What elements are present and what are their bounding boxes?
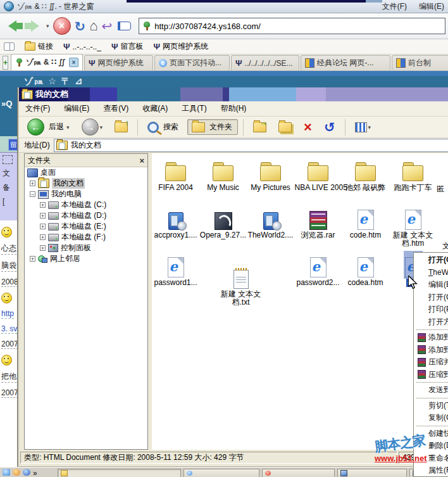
tab-active[interactable]: ゾ㏘ & ∷ ∬ × <box>11 54 83 70</box>
quicklaunch-ie-icon[interactable] <box>3 469 10 476</box>
undo-button[interactable]: ↺ <box>320 118 340 136</box>
menu-item-copy[interactable]: 复制(C) <box>414 412 448 424</box>
menu-file[interactable]: 文件(F) <box>382 1 407 12</box>
refresh-button[interactable]: ↻ <box>75 20 86 33</box>
link-item-3[interactable]: Ψ 网页维护系统 <box>153 41 208 52</box>
link-item-1[interactable]: Ψ ..-..-..-.._ <box>63 42 101 51</box>
file-item[interactable]: password1... <box>152 252 199 287</box>
menu-item-edit[interactable]: 编辑(E) <box>414 279 448 291</box>
menu-item-print[interactable]: 打印(P) <box>414 303 448 316</box>
forward-button[interactable] <box>25 16 44 35</box>
menu-item-send-to[interactable]: 发送到 <box>414 384 448 397</box>
menu-item-properties[interactable]: 属性(R) <box>414 464 448 477</box>
expander-icon[interactable]: + <box>40 234 46 240</box>
copy-to-button[interactable] <box>274 120 296 135</box>
forward-dropdown-icon[interactable]: ▾ <box>100 124 103 130</box>
menu-favorites[interactable]: 收藏(A) <box>142 103 168 114</box>
expander-icon[interactable]: + <box>30 181 35 186</box>
file-item[interactable]: TheWorld2.... <box>247 205 294 252</box>
tree-item-drive-d[interactable]: + 本地磁盘 (D:) <box>25 210 147 221</box>
file-item[interactable]: 新建 文本文 档.txt <box>217 264 264 307</box>
menu-edit[interactable]: 编辑(E) <box>419 1 444 12</box>
close-tab-icon[interactable]: × <box>69 58 78 67</box>
tree-item-network[interactable]: + 网上邻居 <box>25 253 147 264</box>
explorer-titlebar[interactable]: 我的文档 <box>19 87 448 101</box>
expander-icon[interactable]: + <box>40 213 46 219</box>
address-combo[interactable]: 我的文档 <box>54 139 448 152</box>
back-button[interactable] <box>3 16 22 35</box>
views-dropdown-icon[interactable]: ▾ <box>368 124 371 130</box>
link-item-2[interactable]: Ψ 留言板 <box>111 41 144 52</box>
file-item[interactable]: NBA LIVE 2005 <box>294 157 342 205</box>
stop-button[interactable]: × <box>53 17 71 35</box>
tab-2[interactable]: Ψ 网页维护系统 <box>84 55 153 70</box>
move-to-button[interactable]: → <box>249 120 271 135</box>
favorites-button[interactable] <box>116 16 135 35</box>
search-button[interactable]: 搜索 <box>143 119 184 136</box>
file-item[interactable]: code.htm <box>342 205 389 252</box>
expander-icon[interactable]: + <box>40 245 46 251</box>
page-link[interactable]: http <box>1 309 14 319</box>
address-bar[interactable]: http://307087424.ys168.com/ <box>139 18 445 34</box>
taskbar-button[interactable] <box>184 469 259 477</box>
menu-item-compress-to[interactable]: 压缩到 <box>414 369 448 381</box>
history-button[interactable]: ↩ <box>101 18 112 34</box>
expander-icon[interactable]: − <box>30 191 35 197</box>
menu-file[interactable]: 文件(F) <box>25 103 50 114</box>
file-label-cut[interactable]: 文 <box>442 241 448 251</box>
menu-item-open2[interactable]: 打开(O <box>414 291 448 304</box>
menu-edit[interactable]: 编辑(E) <box>64 103 89 114</box>
menu-item-open-with[interactable]: 打开方 <box>414 316 448 329</box>
close-pane-icon[interactable]: × <box>139 156 144 165</box>
taskbar-button[interactable] <box>337 469 407 477</box>
back-dropdown-icon[interactable]: ▾ <box>66 124 70 130</box>
menu-item-add-to[interactable]: 添加到 <box>414 344 448 357</box>
file-item[interactable]: My Pictures <box>247 157 294 205</box>
tab-6[interactable]: 前台制 <box>392 55 448 70</box>
back-button[interactable]: ← 后退 ▾ <box>23 116 74 138</box>
tab-5[interactable]: 经典论坛 网页-... <box>301 55 390 70</box>
file-item[interactable]: accproxy1.... <box>152 205 199 252</box>
delete-button[interactable]: × <box>299 118 316 137</box>
taskbar-button[interactable] <box>262 469 335 477</box>
menu-item-theworld[interactable]: TheWor <box>414 267 448 279</box>
file-item[interactable]: Opera_9.27... <box>199 205 247 252</box>
quicklaunch-chevron-icon[interactable]: » <box>33 469 37 477</box>
forward-dropdown-icon[interactable]: ▾ <box>46 23 49 29</box>
links-folder[interactable]: 链接 <box>25 41 53 52</box>
file-item[interactable]: codea.htm <box>342 252 389 287</box>
menu-item-open[interactable]: 打开(O <box>414 254 448 267</box>
menu-item-add-to-archive[interactable]: 添加到 <box>414 331 448 344</box>
forward-button[interactable]: → ▾ <box>77 116 108 138</box>
file-item[interactable]: password2... <box>294 252 342 287</box>
file-item[interactable]: 池郊 敲矾弊 <box>342 157 389 205</box>
home-button[interactable]: ⌂ <box>89 18 97 34</box>
tree-item-desktop[interactable]: 桌面 <box>25 167 147 178</box>
tree-item-control-panel[interactable]: + 控制面板 <box>25 243 147 253</box>
quicklaunch-icon[interactable] <box>13 469 20 476</box>
quicklaunch-globe-icon[interactable] <box>23 469 30 476</box>
tree-item-drive-e[interactable]: + 本地磁盘 (E:) <box>25 221 147 232</box>
menu-help[interactable]: 帮助(H) <box>221 103 247 114</box>
up-button[interactable]: ↑ <box>110 120 132 135</box>
views-button[interactable]: ▾ <box>351 120 376 135</box>
taskbar-button-active[interactable] <box>58 469 181 477</box>
menu-item-compress-email[interactable]: 压缩并 <box>414 356 448 369</box>
tree-item-drive-f[interactable]: + 本地磁盘 (F:) <box>25 232 147 243</box>
file-item[interactable]: FIFA 2004 <box>152 157 199 205</box>
tree-item-drive-c[interactable]: + 本地磁盘 (C:) <box>25 200 147 210</box>
expander-icon[interactable]: + <box>40 224 46 229</box>
page-link[interactable]: 3. sv <box>1 324 17 334</box>
file-item[interactable]: 新建 文本文 档.htm <box>389 205 437 252</box>
file-item[interactable]: 浏览器.rar <box>294 205 342 252</box>
expander-icon[interactable]: + <box>30 256 35 262</box>
tab-4[interactable]: Ψ ../../../../../SE... <box>231 55 299 70</box>
menu-view[interactable]: 查看(V) <box>103 103 128 114</box>
file-item[interactable]: My Music <box>199 157 247 205</box>
tab-3[interactable]: e 页面下沉抖动... <box>154 55 230 70</box>
menu-tools[interactable]: 工具(T) <box>182 103 206 114</box>
file-item[interactable]: 跑跑卡丁车 <box>389 157 437 205</box>
new-tab-button[interactable]: + <box>3 56 8 70</box>
open-book-icon[interactable] <box>4 42 15 51</box>
menu-item-cut[interactable]: 剪切(T) <box>414 400 448 412</box>
